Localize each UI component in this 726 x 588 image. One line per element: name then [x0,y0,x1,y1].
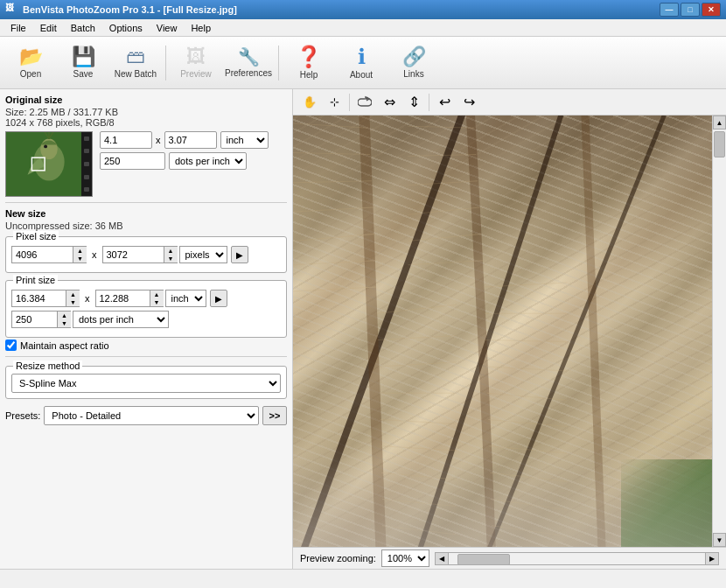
flip-v-button[interactable]: ⇕ [402,92,425,113]
svg-line-33 [486,367,567,371]
prefs-label: Preferences [225,68,272,78]
resize-method-select[interactable]: S-Spline Max S-Spline Lanczos Bicubic Bi… [11,374,281,393]
maintain-aspect-label[interactable]: Maintain aspect ratio [20,340,109,351]
menu-help[interactable]: Help [184,21,218,35]
zoom-label: Preview zooming: [300,553,376,564]
presets-button[interactable]: >> [262,406,287,425]
pixel-arrow-btn[interactable]: ▶ [231,246,248,263]
hand-tool-button[interactable]: ✋ [298,92,321,113]
h-scroll-left-button[interactable]: ◀ [435,552,449,565]
toolbar-sep-1 [165,46,166,80]
menu-edit[interactable]: Edit [33,21,64,35]
about-button[interactable]: ℹ About [336,40,387,86]
new-size-label: New size [5,208,287,219]
pixel-height-input[interactable] [102,246,164,263]
h-scroll-track[interactable] [449,552,705,565]
minimize-button[interactable]: — [660,3,679,17]
about-icon: ℹ [358,46,366,67]
presets-row: Presets: Photo - Detailed Photo - Normal… [5,406,287,425]
print-dpi-down[interactable]: ▼ [58,319,71,327]
pixel-width-up[interactable]: ▲ [73,247,87,255]
original-unit-select[interactable]: inch cm pixels [220,131,269,149]
print-width-up[interactable]: ▲ [66,290,80,298]
print-height-down[interactable]: ▼ [150,298,164,306]
print-height-up[interactable]: ▲ [150,290,164,298]
save-icon: 💾 [72,47,95,66]
flip-h-icon: ⇔ [384,94,395,110]
menu-batch[interactable]: Batch [64,21,102,35]
svg-line-12 [293,234,374,241]
size-info: Size: 2.25 MB / 331.77 KB [5,107,287,117]
print-unit-select[interactable]: inch cm [165,290,206,307]
zoom-select[interactable]: 25% 50% 75% 100% 150% 200% [381,550,429,567]
pixel-size-row: ▲ ▼ x ▲ ▼ pixels inch [11,246,281,263]
vertical-scrollbar[interactable]: ▲ ▼ [712,116,726,547]
scroll-thumb[interactable] [714,131,725,158]
pixel-x-sep: x [92,249,97,260]
redo-button[interactable]: ↪ [457,92,480,113]
scroll-up-button[interactable]: ▲ [713,116,726,130]
menu-options[interactable]: Options [102,21,150,35]
scroll-down-button[interactable]: ▼ [713,533,726,547]
pixel-height-up[interactable]: ▲ [164,247,178,255]
resize-method-label: Resize method [13,360,82,371]
pixel-unit-select[interactable]: pixels inch cm [179,246,227,263]
h-scroll-thumb[interactable] [457,554,510,565]
flip-h-button[interactable]: ⇔ [378,92,401,113]
original-dpi-input[interactable] [100,152,165,170]
right-panel: ✋ ⊹ ⇔ ⇕ ↩ ↪ [293,89,726,569]
print-height-input[interactable] [95,290,150,307]
preferences-button[interactable]: 🔧 Preferences [223,40,274,86]
svg-line-27 [408,207,479,214]
original-dpi-unit-select[interactable]: dots per inch dots per cm [169,152,247,170]
rotate-cw-button[interactable] [353,92,376,113]
print-arrow-btn[interactable]: ▶ [210,290,227,307]
save-button[interactable]: 💾 Save [58,40,108,86]
new-batch-button[interactable]: 🗃 New Batch [110,40,161,86]
pixel-height-spin-btns: ▲ ▼ [164,246,178,263]
pixel-width-down[interactable]: ▼ [73,255,87,262]
pixel-height-down[interactable]: ▼ [164,255,178,262]
divider-1 [5,202,287,203]
original-width-input[interactable] [100,131,152,149]
undo-button[interactable]: ↩ [433,92,456,113]
main-area: Original size Size: 2.25 MB / 331.77 KB … [0,89,726,569]
menu-view[interactable]: View [150,21,185,35]
original-height-input[interactable] [164,131,217,149]
undo-icon: ↩ [439,94,450,110]
maintain-aspect-checkbox[interactable] [5,340,17,351]
preview-button[interactable]: 🖼 Preview [171,40,221,86]
window-controls[interactable]: — □ ✕ [660,3,721,17]
preview-image [293,116,726,547]
scroll-track[interactable] [713,130,726,533]
pixel-size-label: Pixel size [13,231,59,242]
prefs-icon: 🔧 [238,48,260,66]
status-bar [0,569,726,588]
links-button[interactable]: 🔗 Links [388,40,439,86]
print-dpi-up[interactable]: ▲ [58,312,71,319]
h-scroll-right-button[interactable]: ▶ [705,552,719,565]
batch-label: New Batch [115,69,157,79]
select-tool-button[interactable]: ⊹ [323,92,346,113]
help-label: Help [300,70,318,80]
open-label: Open [20,69,41,79]
print-width-input[interactable] [11,290,66,307]
svg-line-8 [293,123,368,128]
pixel-width-input[interactable] [11,246,73,263]
menu-file[interactable]: File [3,21,33,35]
presets-select[interactable]: Photo - Detailed Photo - Normal Photo - … [44,406,259,425]
open-button[interactable]: 📂 Open [5,40,56,86]
preview-label: Preview [180,69,212,79]
help-button[interactable]: ❓ Help [283,40,334,86]
horizontal-scrollbar[interactable]: ◀ ▶ [435,551,719,565]
close-button[interactable]: ✕ [702,3,721,17]
maximize-button[interactable]: □ [681,3,700,17]
print-width-spin-btns: ▲ ▼ [66,290,80,307]
svg-line-11 [293,207,373,212]
print-dpi-unit-select[interactable]: dots per inch dots per cm [73,311,169,328]
svg-line-14 [293,287,376,291]
print-width-down[interactable]: ▼ [66,298,80,306]
left-panel: Original size Size: 2.25 MB / 331.77 KB … [0,89,293,569]
print-dpi-input[interactable] [11,311,57,328]
preview-icon: 🖼 [186,47,206,66]
